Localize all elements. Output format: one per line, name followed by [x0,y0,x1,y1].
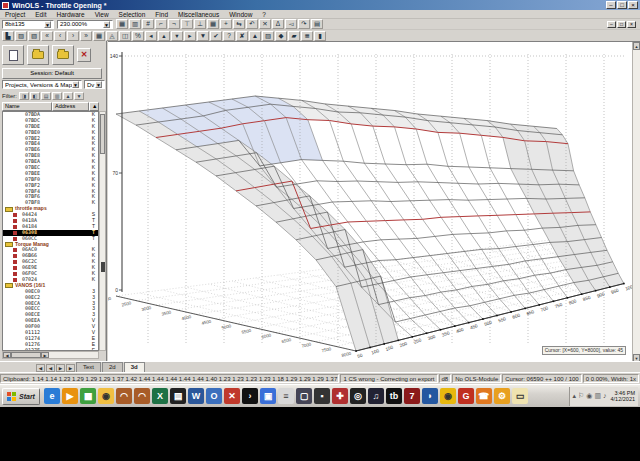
start-button[interactable]: Start [2,388,40,405]
notebook-icon[interactable]: ▤ [170,388,186,404]
ie-icon[interactable]: e [44,388,60,404]
filter-projects-icon[interactable]: ◨ [19,92,29,100]
diamond-icon[interactable]: ◆ [275,31,287,41]
import-button[interactable] [52,45,74,65]
new-version-button[interactable] [2,45,24,65]
open-folder-button[interactable] [27,45,49,65]
redo-icon[interactable]: ↷ [298,19,310,29]
g-spiral-icon[interactable]: G [458,388,474,404]
excel-icon[interactable]: X [152,388,168,404]
first-map-icon[interactable]: « [41,31,53,41]
tab-nav-icon[interactable]: ▶ [66,364,75,372]
map-3d-view[interactable]: 5010015020025030035040045050055060065070… [108,41,640,361]
save-project-icon[interactable]: ▧ [28,31,40,41]
tab-text[interactable]: Text [76,362,101,372]
close-panel-button[interactable]: ✕ [77,48,91,62]
maximize-button[interactable]: □ [617,1,627,9]
menu-selection[interactable]: Selection [114,11,151,18]
align-bottom-icon[interactable]: ⊥ [194,19,206,29]
delete-icon[interactable]: ✕ [259,19,271,29]
grid-icon[interactable]: # [142,19,154,29]
tray-display-icon[interactable]: ▥ [594,392,601,400]
media-player-icon[interactable]: ▶ [62,388,78,404]
close-button[interactable]: × [628,1,638,9]
tray-network-icon[interactable]: ◉ [586,392,592,400]
menu-window[interactable]: Window [224,11,257,18]
add-map-icon[interactable]: + [220,19,232,29]
prev-map-icon[interactable]: ‹ [54,31,66,41]
scroll-right-icon[interactable]: ▸ [184,31,196,41]
dropdown-icon[interactable]: ▼ [197,31,209,41]
chevron-down-icon[interactable]: ▼ [95,81,102,88]
word-icon[interactable]: W [188,388,204,404]
block-icon[interactable]: ▮ [314,31,326,41]
undo-icon[interactable]: ↶ [246,19,258,29]
scroll-left-icon[interactable]: ◀ [3,352,11,358]
panel-horizontal-scrollbar[interactable]: ◀ ▶ [2,351,99,359]
document-app-icon[interactable]: ≡ [278,388,294,404]
scrollbar-thumb[interactable] [100,114,105,154]
chevron-down-icon[interactable]: ▼ [44,21,51,28]
column-sort[interactable]: ▲ [89,102,99,111]
session-button[interactable]: Session: Default [2,68,102,79]
bar-icon[interactable]: ▰ [288,31,300,41]
view-mode-icon[interactable]: ≣ [301,31,313,41]
next-map-icon[interactable]: › [67,31,79,41]
swoosh-app2-icon[interactable]: ◠ [134,388,150,404]
list-view-icon[interactable]: ▤ [311,19,323,29]
chrome2-icon[interactable]: ◉ [440,388,456,404]
tab-nav-icon[interactable]: ◀ [46,364,55,372]
back-icon[interactable]: ◅ [285,19,297,29]
column-name[interactable]: Name [2,102,52,111]
table-view-icon[interactable]: ▦ [93,31,105,41]
border-top-icon[interactable]: ⌐ [155,19,167,29]
tb-icon[interactable]: tb [386,388,402,404]
chevron-down-icon[interactable]: ▼ [103,21,110,28]
title-bar[interactable]: WinOLS - Throttle Opening * – □ × [0,0,640,10]
sort-asc-icon[interactable]: ▲ [63,92,73,100]
scroll-up-icon[interactable]: ▴ [158,31,170,41]
scroll-up-icon[interactable]: ▲ [633,42,640,50]
zoom-combo[interactable]: 230.000% ▼ [57,20,113,29]
chrome-icon[interactable]: ◉ [98,388,114,404]
menu-hardware[interactable]: Hardware [51,11,89,18]
column-address[interactable]: Address [52,102,89,111]
swoosh-app-icon[interactable]: ◠ [116,388,132,404]
child-minimize-button[interactable]: – [607,21,616,28]
tray-up-icon[interactable]: ▴ [573,392,577,400]
filter-folders-icon[interactable]: ▥ [52,92,62,100]
split-view-icon[interactable]: ◫ [119,31,131,41]
console-icon[interactable]: › [242,388,258,404]
percent-icon[interactable]: % [132,31,144,41]
align-top-icon[interactable]: ⊤ [181,19,193,29]
child-restore-button[interactable]: □ [617,21,626,28]
phone-app-icon[interactable]: ☎ [476,388,492,404]
seven-app-icon[interactable]: 7 [404,388,420,404]
sort-desc-icon[interactable]: ▼ [74,92,84,100]
swap-icon[interactable]: ⇆ [233,19,245,29]
winols-icon[interactable]: ▦ [80,388,96,404]
map-vertical-scrollbar[interactable]: ▲ ▼ [632,42,640,362]
tab-3d[interactable]: 3d [124,362,145,372]
firefox-icon[interactable]: ◗ [422,388,438,404]
filter-maps-icon[interactable]: ▤ [41,92,51,100]
menu-find[interactable]: Find [150,11,173,18]
menu-edit[interactable]: Edit [30,11,51,18]
menu-project[interactable]: Project [0,11,30,18]
red-x-app-icon[interactable]: ✕ [224,388,240,404]
folder-app-icon[interactable]: ▣ [260,388,276,404]
outlook-icon[interactable]: O [206,388,222,404]
menu-miscellaneous[interactable]: Miscellaneous [173,11,224,18]
view-hex-icon[interactable]: ▦ [116,19,128,29]
last-map-icon[interactable]: » [80,31,92,41]
tab-2d[interactable]: 2d [102,362,123,372]
scroll-down-icon[interactable]: ▾ [171,31,183,41]
child-close-button[interactable]: × [627,21,636,28]
scrollbar-thumb[interactable] [11,352,41,358]
tray-volume-icon[interactable]: ♪ [603,392,607,400]
pattern-icon[interactable]: ▨ [262,31,274,41]
list-vertical-scrollbar[interactable] [99,111,106,351]
chevron-down-icon[interactable]: ▼ [72,81,79,88]
up-icon[interactable]: ▲ [249,31,261,41]
tray-flag-icon[interactable]: ⚐ [578,392,584,400]
